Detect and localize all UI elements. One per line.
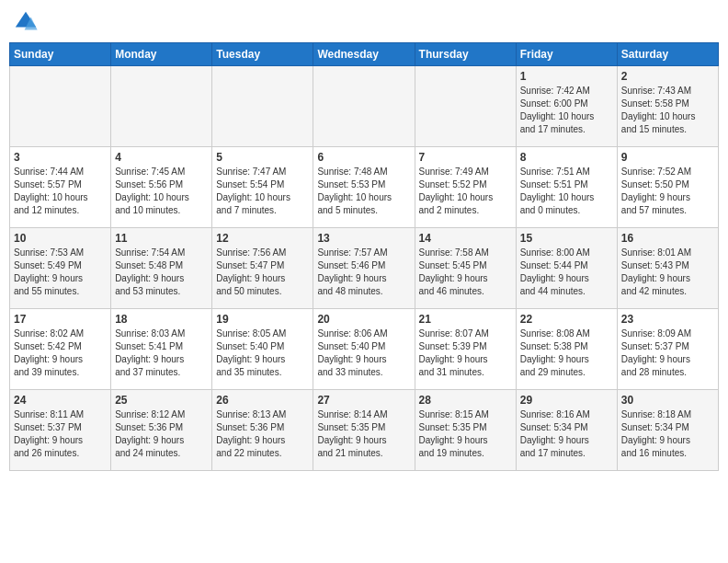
day-info: Sunrise: 8:11 AM Sunset: 5:37 PM Dayligh… — [14, 408, 107, 460]
day-info: Sunrise: 7:48 AM Sunset: 5:53 PM Dayligh… — [317, 166, 410, 217]
day-number: 22 — [520, 313, 613, 326]
calendar-week-row: 1Sunrise: 7:42 AM Sunset: 6:00 PM Daylig… — [10, 66, 719, 147]
day-number: 24 — [14, 394, 107, 407]
day-number: 29 — [520, 394, 613, 407]
day-number: 6 — [317, 151, 410, 164]
day-number: 25 — [115, 394, 208, 407]
calendar-week-row: 3Sunrise: 7:44 AM Sunset: 5:57 PM Daylig… — [10, 147, 719, 228]
calendar-cell: 6Sunrise: 7:48 AM Sunset: 5:53 PM Daylig… — [313, 147, 415, 228]
day-info: Sunrise: 7:51 AM Sunset: 5:51 PM Dayligh… — [520, 166, 613, 217]
calendar-cell: 20Sunrise: 8:06 AM Sunset: 5:40 PM Dayli… — [313, 309, 415, 390]
day-info: Sunrise: 7:58 AM Sunset: 5:45 PM Dayligh… — [419, 247, 512, 298]
calendar-week-row: 17Sunrise: 8:02 AM Sunset: 5:42 PM Dayli… — [10, 309, 719, 390]
day-info: Sunrise: 7:53 AM Sunset: 5:49 PM Dayligh… — [14, 247, 107, 298]
day-info: Sunrise: 7:52 AM Sunset: 5:50 PM Dayligh… — [621, 166, 714, 217]
calendar-cell: 29Sunrise: 8:16 AM Sunset: 5:34 PM Dayli… — [516, 390, 617, 471]
calendar-cell: 5Sunrise: 7:47 AM Sunset: 5:54 PM Daylig… — [212, 147, 313, 228]
day-number: 28 — [419, 394, 512, 407]
day-number: 23 — [621, 313, 714, 326]
day-info: Sunrise: 7:44 AM Sunset: 5:57 PM Dayligh… — [14, 166, 107, 217]
calendar-cell: 18Sunrise: 8:03 AM Sunset: 5:41 PM Dayli… — [111, 309, 212, 390]
day-info: Sunrise: 7:47 AM Sunset: 5:54 PM Dayligh… — [216, 166, 309, 217]
calendar-cell: 23Sunrise: 8:09 AM Sunset: 5:37 PM Dayli… — [617, 309, 718, 390]
calendar-cell: 27Sunrise: 8:14 AM Sunset: 5:35 PM Dayli… — [313, 390, 415, 471]
day-info: Sunrise: 7:42 AM Sunset: 6:00 PM Dayligh… — [520, 85, 613, 136]
day-number: 20 — [317, 313, 410, 326]
day-number: 1 — [520, 70, 613, 83]
day-number: 30 — [621, 394, 714, 407]
day-number: 26 — [216, 394, 309, 407]
day-number: 19 — [216, 313, 309, 326]
day-number: 9 — [621, 151, 714, 164]
weekday-header-wednesday: Wednesday — [313, 43, 415, 66]
day-number: 11 — [115, 232, 208, 245]
day-number: 5 — [216, 151, 309, 164]
day-info: Sunrise: 8:06 AM Sunset: 5:40 PM Dayligh… — [317, 327, 410, 379]
day-number: 10 — [14, 232, 107, 245]
calendar-cell: 11Sunrise: 7:54 AM Sunset: 5:48 PM Dayli… — [111, 228, 212, 309]
day-info: Sunrise: 8:07 AM Sunset: 5:39 PM Dayligh… — [419, 327, 512, 379]
calendar-cell — [10, 66, 111, 147]
calendar-cell — [415, 66, 516, 147]
day-info: Sunrise: 8:09 AM Sunset: 5:37 PM Dayligh… — [621, 327, 714, 379]
calendar-cell: 14Sunrise: 7:58 AM Sunset: 5:45 PM Dayli… — [415, 228, 516, 309]
day-info: Sunrise: 8:08 AM Sunset: 5:38 PM Dayligh… — [520, 327, 613, 379]
weekday-header-sunday: Sunday — [10, 43, 111, 66]
calendar-week-row: 10Sunrise: 7:53 AM Sunset: 5:49 PM Dayli… — [10, 228, 719, 309]
day-number: 17 — [14, 313, 107, 326]
calendar-cell: 22Sunrise: 8:08 AM Sunset: 5:38 PM Dayli… — [516, 309, 617, 390]
day-info: Sunrise: 7:54 AM Sunset: 5:48 PM Dayligh… — [115, 247, 208, 298]
day-number: 16 — [621, 232, 714, 245]
calendar-cell: 16Sunrise: 8:01 AM Sunset: 5:43 PM Dayli… — [617, 228, 718, 309]
calendar-cell: 19Sunrise: 8:05 AM Sunset: 5:40 PM Dayli… — [212, 309, 313, 390]
day-number: 13 — [317, 232, 410, 245]
calendar-cell: 28Sunrise: 8:15 AM Sunset: 5:35 PM Dayli… — [415, 390, 516, 471]
calendar-cell: 25Sunrise: 8:12 AM Sunset: 5:36 PM Dayli… — [111, 390, 212, 471]
day-info: Sunrise: 8:03 AM Sunset: 5:41 PM Dayligh… — [115, 327, 208, 379]
day-number: 3 — [14, 151, 107, 164]
day-info: Sunrise: 7:45 AM Sunset: 5:56 PM Dayligh… — [115, 166, 208, 217]
day-info: Sunrise: 8:15 AM Sunset: 5:35 PM Dayligh… — [419, 408, 512, 460]
day-info: Sunrise: 8:05 AM Sunset: 5:40 PM Dayligh… — [216, 327, 309, 379]
day-number: 12 — [216, 232, 309, 245]
day-number: 27 — [317, 394, 410, 407]
day-info: Sunrise: 7:57 AM Sunset: 5:46 PM Dayligh… — [317, 247, 410, 298]
day-number: 7 — [419, 151, 512, 164]
calendar-cell: 15Sunrise: 8:00 AM Sunset: 5:44 PM Dayli… — [516, 228, 617, 309]
day-number: 14 — [419, 232, 512, 245]
weekday-header-monday: Monday — [111, 43, 212, 66]
calendar-cell: 17Sunrise: 8:02 AM Sunset: 5:42 PM Dayli… — [10, 309, 111, 390]
calendar-cell — [212, 66, 313, 147]
day-info: Sunrise: 8:00 AM Sunset: 5:44 PM Dayligh… — [520, 247, 613, 298]
calendar-cell — [111, 66, 212, 147]
day-info: Sunrise: 8:18 AM Sunset: 5:34 PM Dayligh… — [621, 408, 714, 460]
weekday-header-saturday: Saturday — [617, 43, 718, 66]
weekday-header-thursday: Thursday — [415, 43, 516, 66]
calendar-cell: 3Sunrise: 7:44 AM Sunset: 5:57 PM Daylig… — [10, 147, 111, 228]
calendar-cell: 21Sunrise: 8:07 AM Sunset: 5:39 PM Dayli… — [415, 309, 516, 390]
calendar-cell: 12Sunrise: 7:56 AM Sunset: 5:47 PM Dayli… — [212, 228, 313, 309]
day-info: Sunrise: 8:02 AM Sunset: 5:42 PM Dayligh… — [14, 327, 107, 379]
logo — [13, 9, 42, 35]
day-number: 2 — [621, 70, 714, 83]
calendar-table: SundayMondayTuesdayWednesdayThursdayFrid… — [9, 42, 719, 471]
day-info: Sunrise: 7:56 AM Sunset: 5:47 PM Dayligh… — [216, 247, 309, 298]
day-number: 8 — [520, 151, 613, 164]
day-info: Sunrise: 8:12 AM Sunset: 5:36 PM Dayligh… — [115, 408, 208, 460]
calendar-week-row: 24Sunrise: 8:11 AM Sunset: 5:37 PM Dayli… — [10, 390, 719, 471]
calendar-cell: 1Sunrise: 7:42 AM Sunset: 6:00 PM Daylig… — [516, 66, 617, 147]
day-number: 18 — [115, 313, 208, 326]
calendar-cell: 4Sunrise: 7:45 AM Sunset: 5:56 PM Daylig… — [111, 147, 212, 228]
weekday-header-tuesday: Tuesday — [212, 43, 313, 66]
day-number: 21 — [419, 313, 512, 326]
calendar-cell: 30Sunrise: 8:18 AM Sunset: 5:34 PM Dayli… — [617, 390, 718, 471]
calendar-cell: 7Sunrise: 7:49 AM Sunset: 5:52 PM Daylig… — [415, 147, 516, 228]
calendar-cell: 24Sunrise: 8:11 AM Sunset: 5:37 PM Dayli… — [10, 390, 111, 471]
day-info: Sunrise: 7:49 AM Sunset: 5:52 PM Dayligh… — [419, 166, 512, 217]
day-info: Sunrise: 8:14 AM Sunset: 5:35 PM Dayligh… — [317, 408, 410, 460]
calendar-cell: 26Sunrise: 8:13 AM Sunset: 5:36 PM Dayli… — [212, 390, 313, 471]
logo-icon — [13, 9, 39, 35]
day-number: 15 — [520, 232, 613, 245]
page-header — [9, 9, 719, 35]
day-number: 4 — [115, 151, 208, 164]
